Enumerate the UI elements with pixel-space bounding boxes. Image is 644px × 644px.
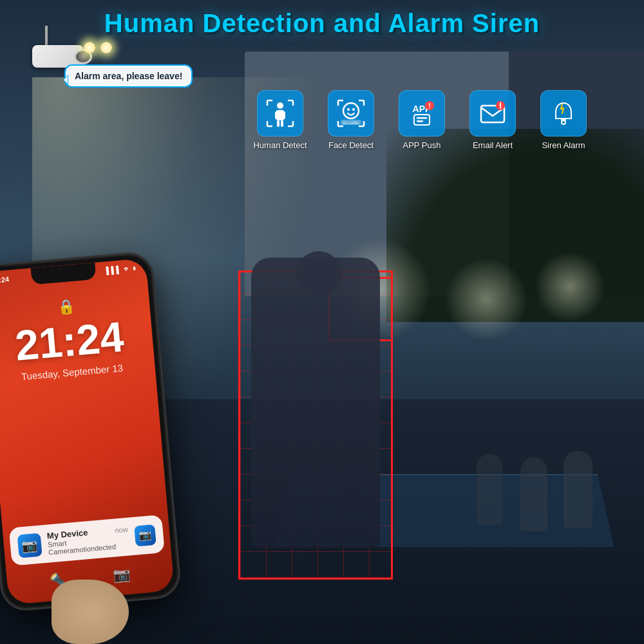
siren-alarm-icon — [549, 99, 578, 128]
notif-app-icon: 📷 — [17, 533, 43, 558]
phone-screen: 21:24 ▌▌▌ ᯤ ▮ 🔒 21:24 Tuesday, September… — [0, 258, 175, 605]
svg-point-19 — [500, 107, 501, 108]
bg-person-3 — [477, 454, 502, 525]
notif-content: My Device now Smart Cameramotiondected — [46, 524, 129, 556]
face-detect-icon: ID CARD — [337, 99, 365, 128]
main-scene: Alarm area, please leave! Human Detectio… — [0, 0, 644, 644]
svg-text:!: ! — [428, 102, 430, 109]
svg-rect-4 — [277, 120, 279, 127]
app-push-label: APP Push — [402, 140, 440, 150]
features-row: Human Detect ID CARD Face — [251, 90, 592, 150]
svg-point-8 — [352, 108, 355, 111]
light-circle-3 — [535, 251, 605, 322]
phone-notification: 📷 My Device now Smart Cameramotiondected… — [9, 515, 165, 566]
svg-rect-13 — [417, 117, 427, 119]
hand — [52, 580, 129, 644]
svg-point-7 — [347, 108, 350, 111]
svg-point-0 — [277, 102, 283, 109]
bg-person-1 — [564, 451, 592, 528]
camera-light-right — [100, 42, 112, 53]
human-detect-icon-box — [257, 90, 303, 137]
feature-siren-alarm: Siren Alarm — [535, 90, 592, 150]
intruder-silhouette — [251, 258, 380, 547]
feature-app-push: APP ! APP Push — [393, 90, 451, 150]
feature-human-detect: Human Detect — [251, 90, 309, 150]
svg-text:ID CARD: ID CARD — [343, 121, 359, 125]
camera-light-left — [84, 42, 95, 53]
human-detect-icon — [266, 99, 294, 128]
camera-lights — [84, 42, 112, 53]
human-detect-label: Human Detect — [253, 140, 307, 150]
email-alert-icon — [478, 99, 507, 128]
app-push-icon: APP ! — [408, 99, 436, 128]
svg-rect-5 — [281, 120, 283, 127]
svg-point-6 — [343, 103, 359, 118]
bg-person-2 — [520, 457, 547, 531]
siren-alarm-label: Siren Alarm — [542, 140, 585, 150]
svg-point-21 — [562, 120, 565, 124]
svg-rect-12 — [414, 115, 430, 125]
notif-thumbnail: 📷 — [134, 524, 156, 547]
feature-email-alert: Email Alert — [464, 90, 522, 150]
smartphone: 21:24 ▌▌▌ ᯤ ▮ 🔒 21:24 Tuesday, September… — [0, 251, 182, 612]
feature-face-detect: ID CARD Face Detect — [322, 90, 380, 150]
email-alert-label: Email Alert — [473, 140, 513, 150]
svg-rect-2 — [275, 111, 278, 119]
app-push-icon-box: APP ! — [399, 90, 445, 137]
notif-time: now — [115, 525, 128, 534]
svg-rect-14 — [417, 120, 423, 122]
intruder-head — [296, 251, 341, 296]
light-circle-2 — [444, 258, 528, 341]
svg-rect-3 — [283, 111, 285, 119]
face-detect-label: Face Detect — [328, 140, 374, 150]
siren-alarm-icon-box — [540, 90, 587, 137]
main-title: Human Detection and Alarm Siren — [0, 9, 644, 38]
face-detect-icon-box: ID CARD — [328, 90, 374, 137]
speech-bubble: Alarm area, please leave! — [64, 64, 193, 88]
phone-camera-icon: 📷 — [113, 566, 131, 584]
email-alert-icon-box — [469, 90, 516, 137]
